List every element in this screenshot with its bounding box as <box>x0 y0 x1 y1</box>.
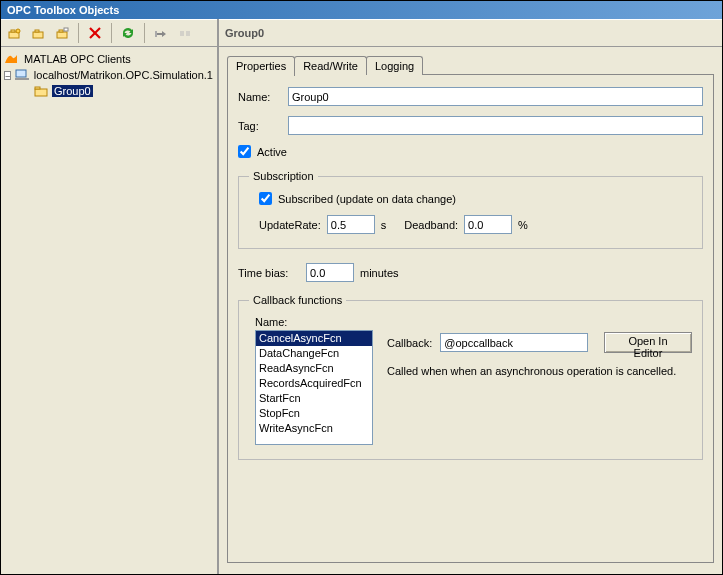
subscribed-checkbox[interactable] <box>259 192 272 205</box>
connect-button[interactable] <box>150 22 172 44</box>
toolbar <box>1 19 217 47</box>
matlab-icon <box>3 52 19 66</box>
add-group-button[interactable] <box>27 22 49 44</box>
tree-group-label: Group0 <box>52 85 93 97</box>
svg-rect-14 <box>15 78 29 80</box>
updaterate-unit: s <box>381 219 387 231</box>
callback-list-item[interactable]: ReadAsyncFcn <box>256 361 372 376</box>
svg-rect-13 <box>16 70 26 77</box>
subscribed-label: Subscribed (update on data change) <box>278 193 456 205</box>
callbacks-group: Callback functions Name: CancelAsyncFcnD… <box>238 294 703 460</box>
svg-rect-1 <box>11 30 15 32</box>
svg-point-2 <box>16 29 20 33</box>
object-tree[interactable]: MATLAB OPC Clients – localhost/Matrikon.… <box>1 47 217 574</box>
tab-readwrite-label: Read/Write <box>303 60 358 72</box>
callback-list-item[interactable]: DataChangeFcn <box>256 346 372 361</box>
callbacks-name-label: Name: <box>255 316 373 328</box>
name-label: Name: <box>238 91 288 103</box>
deadband-input[interactable] <box>464 215 512 234</box>
right-header-title: Group0 <box>225 27 264 39</box>
collapse-toggle[interactable]: – <box>4 71 10 80</box>
timebias-input[interactable] <box>306 263 354 282</box>
toolbar-separator <box>144 23 145 43</box>
main-split: MATLAB OPC Clients – localhost/Matrikon.… <box>1 19 722 574</box>
svg-rect-6 <box>59 30 63 32</box>
tag-input[interactable] <box>288 116 703 135</box>
callback-input[interactable] <box>440 333 588 352</box>
callbacks-legend: Callback functions <box>249 294 346 306</box>
tab-logging-label: Logging <box>375 60 414 72</box>
window-titlebar: OPC Toolbox Objects <box>1 1 722 19</box>
name-input[interactable] <box>288 87 703 106</box>
toolbar-separator <box>78 23 79 43</box>
callback-label: Callback: <box>387 337 432 349</box>
callback-list-item[interactable]: WriteAsyncFcn <box>256 421 372 436</box>
active-label: Active <box>257 146 287 158</box>
svg-rect-4 <box>35 30 39 32</box>
svg-rect-16 <box>35 87 40 89</box>
updaterate-input[interactable] <box>327 215 375 234</box>
right-pane: Group0 Properties Read/Write Logging Nam… <box>219 19 722 574</box>
svg-rect-12 <box>186 31 190 36</box>
callback-description: Called when when an asynchronous operati… <box>387 365 692 377</box>
subscription-group: Subscription Subscribed (update on data … <box>238 170 703 249</box>
svg-rect-15 <box>35 89 47 96</box>
callbacks-listbox[interactable]: CancelAsyncFcnDataChangeFcnReadAsyncFcnR… <box>255 330 373 445</box>
callback-list-item[interactable]: CancelAsyncFcn <box>256 331 372 346</box>
active-checkbox[interactable] <box>238 145 251 158</box>
right-header: Group0 <box>219 19 722 47</box>
svg-rect-7 <box>64 28 68 31</box>
delete-button[interactable] <box>84 22 106 44</box>
toolbar-separator <box>111 23 112 43</box>
tree-root[interactable]: MATLAB OPC Clients <box>3 51 215 67</box>
window-title: OPC Toolbox Objects <box>7 4 119 16</box>
svg-rect-3 <box>33 32 43 38</box>
right-body: Properties Read/Write Logging Name: Tag:… <box>219 47 722 574</box>
subscription-legend: Subscription <box>249 170 318 182</box>
properties-panel: Name: Tag: Active Subscription Subscribe… <box>227 74 714 563</box>
host-icon <box>15 68 29 82</box>
open-in-editor-label: Open In Editor <box>628 335 667 359</box>
tab-properties-label: Properties <box>236 60 286 72</box>
disconnect-button[interactable] <box>174 22 196 44</box>
timebias-unit: minutes <box>360 267 399 279</box>
refresh-button[interactable] <box>117 22 139 44</box>
tree-client-label: localhost/Matrikon.OPC.Simulation.1 <box>32 69 215 81</box>
updaterate-label: UpdateRate: <box>259 219 321 231</box>
tag-label: Tag: <box>238 120 288 132</box>
tree-root-label: MATLAB OPC Clients <box>22 53 133 65</box>
open-in-editor-button[interactable]: Open In Editor <box>604 332 692 353</box>
svg-rect-10 <box>155 31 157 37</box>
add-host-button[interactable] <box>3 22 25 44</box>
timebias-label: Time bias: <box>238 267 300 279</box>
deadband-unit: % <box>518 219 528 231</box>
svg-rect-5 <box>57 32 67 38</box>
callback-list-item[interactable]: StopFcn <box>256 406 372 421</box>
tree-group[interactable]: Group0 <box>3 83 215 99</box>
tab-properties[interactable]: Properties <box>227 56 295 76</box>
tab-readwrite[interactable]: Read/Write <box>294 56 367 75</box>
folder-icon <box>33 84 49 98</box>
tab-strip: Properties Read/Write Logging <box>227 55 714 75</box>
callback-list-item[interactable]: RecordsAcquiredFcn <box>256 376 372 391</box>
callback-list-item[interactable]: StartFcn <box>256 391 372 406</box>
add-item-button[interactable] <box>51 22 73 44</box>
tree-client[interactable]: – localhost/Matrikon.OPC.Simulation.1 <box>3 67 215 83</box>
tab-logging[interactable]: Logging <box>366 56 423 75</box>
svg-rect-11 <box>180 31 184 36</box>
left-pane: MATLAB OPC Clients – localhost/Matrikon.… <box>1 19 219 574</box>
deadband-label: Deadband: <box>404 219 458 231</box>
